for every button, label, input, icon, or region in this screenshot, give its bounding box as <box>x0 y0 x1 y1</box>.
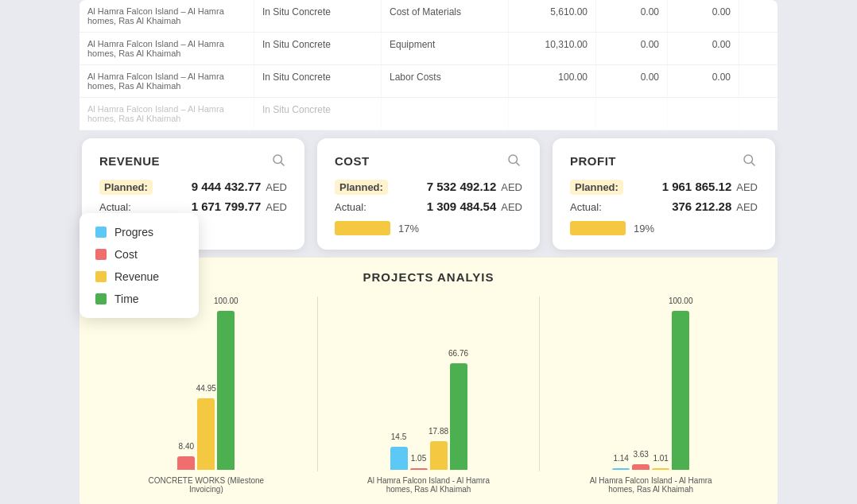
chart-item-3: 1.14 3.63 1.01 100.00 <box>540 311 762 494</box>
search-icon[interactable] <box>506 153 522 169</box>
table-cell-c3: 0.00 <box>739 0 778 32</box>
main-container: Al Hamra Falcon Island – Al Hamra homes,… <box>0 0 857 504</box>
chart-name-2: Al Hamra Falcon Island - Al Hamra homes,… <box>365 476 492 494</box>
chart-item-1: 8.40 44.95 100.00 CONCRETE WORKS (Milest… <box>95 311 317 494</box>
charts-row: 8.40 44.95 100.00 CONCRETE WORKS (Milest… <box>95 297 762 494</box>
bar-yellow-2: 17.88 <box>430 441 448 470</box>
search-icon[interactable] <box>742 153 758 169</box>
cost-planned-currency: AED <box>501 181 522 193</box>
legend-dropdown: Progres Cost Revenue Time <box>79 213 199 318</box>
bar-pink-2: 1.05 <box>410 468 428 470</box>
profit-card-title: PROFIT <box>570 154 616 168</box>
revenue-planned-value: 9 444 432.77 <box>157 180 261 193</box>
table-section: Al Hamra Falcon Island – Al Hamra homes,… <box>79 0 778 130</box>
cost-planned-row: Planned: 7 532 492.12 AED <box>335 180 522 195</box>
table-row: Al Hamra Falcon Island – Al Hamra homes,… <box>79 33 778 65</box>
table-cell-c1: 0.00 <box>596 0 668 32</box>
table-cell-project: Al Hamra Falcon Island – Al Hamra homes,… <box>79 98 254 130</box>
legend-item-revenue: Revenue <box>95 270 183 283</box>
bar-label-green-3: 100.00 <box>669 297 693 305</box>
cost-actual-label: Actual: <box>335 201 386 213</box>
chart-name-3: Al Hamra Falcon Island - Al Hamra homes,… <box>587 476 715 494</box>
bar-label-blue-3: 1.14 <box>613 454 628 463</box>
bar-pink-1: 8.40 <box>177 456 195 470</box>
revenue-planned-currency: AED <box>266 181 287 193</box>
legend-item-cost: Cost <box>95 248 183 261</box>
table-cell-c2: 0.00 <box>668 0 739 32</box>
profit-actual-row: Actual: 376 212.28 AED <box>570 200 758 213</box>
table-cell-amount: 10,310.00 <box>509 33 596 64</box>
revenue-actual-currency: AED <box>266 201 287 213</box>
cost-planned-label: Planned: <box>335 180 388 195</box>
bar-label-yellow-2: 17.88 <box>428 427 448 436</box>
table-cell-type: Cost of Materials <box>382 0 509 32</box>
revenue-planned-label: Planned: <box>99 180 153 195</box>
bar-blue-2: 14.5 <box>390 447 408 470</box>
table-cell-type <box>382 98 509 130</box>
table-cell-amount: 100.00 <box>509 65 596 97</box>
revenue-card-header: REVENUE <box>99 153 287 169</box>
bar-blue-3: 1.14 <box>612 468 630 470</box>
chart-bars-2: 14.5 1.05 17.88 66.76 <box>390 311 467 470</box>
table-cell-c1 <box>596 98 668 130</box>
bar-label-pink-1: 8.40 <box>179 442 194 451</box>
legend-label-revenue: Revenue <box>114 270 159 283</box>
table-cell-c3: 0.00 <box>739 65 778 97</box>
chart-name-1: CONCRETE WORKS (Milestone Invoicing) <box>142 476 270 494</box>
bar-group-1: 8.40 44.95 100.00 <box>177 311 235 470</box>
legend-dot-revenue <box>95 271 107 282</box>
profit-card-header: PROFIT <box>570 153 758 169</box>
legend-item-progress: Progres <box>95 226 183 238</box>
cost-card: COST Planned: 7 532 492.12 AED Actual: 1… <box>317 138 540 250</box>
table-cell-category: In Situ Concrete <box>254 98 382 130</box>
bar-label-yellow-3: 1.01 <box>653 454 668 463</box>
bar-group-3: 1.14 3.63 1.01 100.00 <box>612 311 689 470</box>
table-row: Al Hamra Falcon Island – Al Hamra homes,… <box>79 65 778 98</box>
table-cell-amount: 5,610.00 <box>509 0 596 32</box>
svg-line-1 <box>281 162 284 165</box>
table-row: Al Hamra Falcon Island – Al Hamra homes,… <box>79 98 778 130</box>
profit-actual-value: 376 212.28 <box>626 200 731 213</box>
svg-point-4 <box>744 155 753 164</box>
profit-planned-label: Planned: <box>570 180 623 195</box>
revenue-actual-value: 1 671 799.77 <box>156 200 261 213</box>
table-cell-c2: 0.00 <box>668 65 739 97</box>
profit-planned-value: 1 961 865.12 <box>628 180 731 193</box>
table-row: Al Hamra Falcon Island – Al Hamra homes,… <box>79 0 778 33</box>
chart-bars-1: 8.40 44.95 100.00 <box>177 311 235 470</box>
revenue-planned-row: Planned: 9 444 432.77 AED <box>99 180 287 195</box>
svg-point-0 <box>273 155 282 164</box>
legend-label-time: Time <box>114 293 139 305</box>
cost-progress-bar <box>335 221 390 235</box>
table-cell-c1: 0.00 <box>596 33 668 64</box>
legend-dot-progress <box>95 227 107 238</box>
profit-progress-bar <box>570 221 626 235</box>
profit-planned-row: Planned: 1 961 865.12 AED <box>570 180 758 195</box>
bar-green-1: 100.00 <box>217 311 235 470</box>
cost-progress-text: 17% <box>398 223 419 235</box>
table-cell-c3 <box>739 98 778 130</box>
bar-green-3: 100.00 <box>672 311 689 470</box>
table-cell-category: In Situ Concrete <box>254 33 382 64</box>
cost-planned-value: 7 532 492.12 <box>393 180 496 193</box>
bar-label-blue-2: 14.5 <box>391 432 406 441</box>
chart-bars-3: 1.14 3.63 1.01 100.00 <box>612 311 689 470</box>
search-icon[interactable] <box>271 153 287 169</box>
bar-yellow-3: 1.01 <box>652 468 669 470</box>
profit-actual-label: Actual: <box>570 201 622 213</box>
cost-actual-value: 1 309 484.54 <box>391 200 496 213</box>
revenue-actual-row: Actual: 1 671 799.77 AED <box>99 200 287 213</box>
bar-label-yellow-1: 44.95 <box>196 384 216 393</box>
legend-label-progress: Progres <box>114 226 153 238</box>
revenue-actual-label: Actual: <box>99 201 151 213</box>
table-cell-category: In Situ Concrete <box>254 65 382 97</box>
bar-label-green-2: 66.76 <box>448 349 468 358</box>
chart-item-2: 14.5 1.05 17.88 66.76 <box>318 311 540 494</box>
bar-green-2: 66.76 <box>450 363 467 470</box>
table-cell-c2: 0.00 <box>668 33 739 64</box>
legend-dot-cost <box>95 249 107 260</box>
table-cell-c2 <box>668 98 739 130</box>
bar-label-green-1: 100.00 <box>214 297 238 305</box>
profit-card: PROFIT Planned: 1 961 865.12 AED Actual:… <box>553 138 775 250</box>
profit-progress-row: 19% <box>570 221 758 235</box>
